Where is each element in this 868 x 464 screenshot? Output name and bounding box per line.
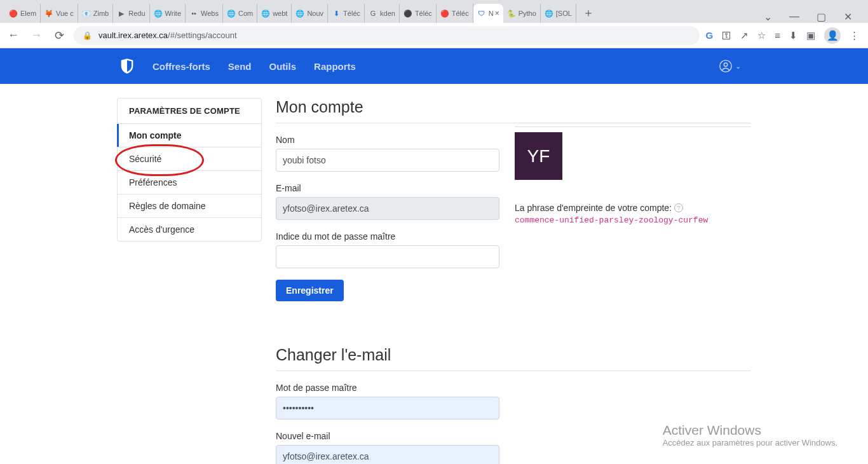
browser-tab[interactable]: 📧Zimb (78, 4, 113, 23)
tab-label: Vue c (56, 10, 74, 17)
shield-icon (118, 57, 136, 75)
bookmark-star-icon[interactable]: ☆ (757, 30, 766, 41)
favicon-icon: G (369, 9, 377, 18)
tab-label: Pytho (519, 10, 536, 17)
tab-label: Téléc (415, 10, 432, 17)
url-host: vault.irex.aretex.ca (98, 31, 168, 40)
name-label: Nom (276, 135, 499, 145)
tab-close-icon[interactable]: × (495, 9, 499, 18)
nav-link-send[interactable]: Send (228, 61, 252, 72)
window-controls: ⌄ — ▢ ✕ (760, 11, 863, 23)
forward-button[interactable]: → (28, 29, 44, 42)
hint-input[interactable] (276, 245, 499, 268)
browser-tab-strip: 🔴Elem 🦊Vue c 📧Zimb ▶Redu 🌐Write ••Webs 🌐… (0, 0, 868, 23)
account-form-right: YF La phrase d'empreinte de votre compte… (515, 126, 751, 301)
favicon-icon: •• (189, 9, 198, 18)
help-icon[interactable]: ? (674, 203, 683, 212)
tab-label: [SOL (556, 10, 572, 17)
master-password-input[interactable] (276, 397, 499, 420)
google-icon[interactable]: G (706, 30, 714, 41)
tab-label: Webs (201, 10, 219, 17)
tab-label: Téléc (452, 10, 469, 17)
name-input[interactable] (276, 149, 499, 172)
lock-icon: 🔒 (83, 31, 92, 40)
side-panel-icon[interactable]: ▣ (806, 30, 815, 41)
account-form-left: Nom E-mail Indice du mot de passe maître… (276, 135, 499, 301)
download-icon: ⬇ (332, 9, 341, 18)
settings-sidebar: PARAMÈTRES DE COMPTE Mon compte Sécurité… (117, 98, 262, 242)
browser-tab[interactable]: ⚫Téléc (400, 4, 437, 23)
favicon-icon: 🌐 (154, 9, 163, 18)
profile-avatar-icon[interactable]: 👤 (824, 27, 841, 44)
fingerprint-phrase: commence-unified-parsley-zoology-curfew (515, 215, 751, 225)
sidebar-item-security[interactable]: Sécurité (118, 147, 261, 171)
browser-tab[interactable]: ▶Redu (113, 4, 149, 23)
share-icon[interactable]: ↗ (740, 30, 749, 41)
nav-link-tools[interactable]: Outils (269, 61, 297, 72)
account-form-row: Nom E-mail Indice du mot de passe maître… (276, 135, 751, 301)
sidebar-item-domain-rules[interactable]: Règles de domaine (118, 194, 261, 218)
browser-tab[interactable]: ⬇Téléc (328, 4, 365, 23)
url-field[interactable]: 🔒 vault.irex.aretex.ca/#/settings/accoun… (74, 26, 700, 45)
account-menu-button[interactable]: ⌄ (719, 59, 741, 73)
browser-tab[interactable]: 🌐webt (257, 4, 292, 23)
new-email-input[interactable] (276, 445, 499, 464)
address-icons: G ⚿ ↗ ☆ ≡ ⬇ ▣ 👤 ⋮ (706, 27, 863, 44)
browser-tab[interactable]: 🔴Elem (5, 4, 41, 23)
browser-tab[interactable]: 🌐Write (150, 4, 186, 23)
tab-label: Redu (128, 10, 145, 17)
avatar: YF (515, 132, 562, 180)
bitwarden-logo-icon[interactable] (117, 56, 137, 76)
browser-tab[interactable]: 🦊Vue c (41, 4, 78, 23)
save-button[interactable]: Enregistrer (276, 280, 344, 301)
reading-list-icon[interactable]: ≡ (775, 30, 780, 41)
person-circle-icon (719, 59, 733, 73)
master-password-label: Mot de passe maître (276, 383, 751, 393)
browser-tab[interactable]: 🔴Téléc (437, 4, 473, 23)
chrome-menu-icon[interactable]: ⋮ (850, 30, 859, 41)
downloads-icon[interactable]: ⬇ (789, 30, 797, 41)
close-window-icon[interactable]: ✕ (840, 11, 855, 23)
main-panel: Mon compte Nom E-mail Indice du mot de p… (276, 98, 751, 464)
change-email-heading: Changer l'e-mail (276, 346, 751, 371)
app-topnav: Coffres-forts Send Outils Rapports ⌄ (0, 48, 868, 84)
browser-tab[interactable]: ••Webs (186, 4, 223, 23)
change-email-section: Changer l'e-mail Mot de passe maître Nou… (276, 346, 751, 464)
tabs-container: 🔴Elem 🦊Vue c 📧Zimb ▶Redu 🌐Write ••Webs 🌐… (5, 0, 760, 23)
browser-tab-active[interactable]: 🛡N× (473, 4, 503, 23)
favicon-icon: ⚫ (403, 9, 412, 18)
back-button[interactable]: ← (5, 29, 22, 42)
favicon-icon: 🔴 (9, 9, 18, 18)
reload-button[interactable]: ⟳ (51, 29, 67, 43)
tab-label: Com (238, 10, 253, 17)
browser-tab[interactable]: 🌐[SOL (541, 4, 576, 23)
sidebar-item-account[interactable]: Mon compte (118, 124, 261, 147)
tab-label: Zimb (93, 10, 109, 17)
favicon-icon: 📧 (82, 9, 91, 18)
tab-overflow-icon[interactable]: ⌄ (760, 11, 775, 23)
tab-label: kden (380, 10, 395, 17)
sidebar-item-preferences[interactable]: Préférences (118, 171, 261, 194)
favicon-icon: 🔴 (440, 9, 449, 18)
url-path: /#/settings/account (168, 31, 236, 40)
sidebar-item-emergency[interactable]: Accès d'urgence (118, 218, 261, 241)
maximize-icon[interactable]: ▢ (813, 11, 829, 23)
nav-link-vaults[interactable]: Coffres-forts (153, 61, 210, 72)
key-icon[interactable]: ⚿ (722, 30, 731, 41)
svg-point-1 (724, 63, 728, 67)
browser-tab[interactable]: Gkden (365, 4, 400, 23)
email-input (276, 197, 499, 220)
bitwarden-icon: 🛡 (477, 9, 486, 18)
browser-tab[interactable]: 🐍Pytho (503, 4, 541, 23)
browser-tab[interactable]: 🌐Nouv (292, 4, 328, 23)
browser-tab[interactable]: 🌐Com (223, 4, 257, 23)
nav-link-reports[interactable]: Rapports (314, 61, 356, 72)
tab-label: N (489, 10, 494, 17)
page-title: Mon compte (276, 98, 751, 123)
sidebar-header: PARAMÈTRES DE COMPTE (118, 99, 261, 124)
chevron-down-icon: ⌄ (735, 62, 741, 71)
new-tab-button[interactable]: ＋ (576, 3, 600, 23)
minimize-icon[interactable]: — (787, 11, 802, 23)
email-label: E-mail (276, 183, 499, 193)
favicon-icon: 🌐 (295, 9, 304, 18)
